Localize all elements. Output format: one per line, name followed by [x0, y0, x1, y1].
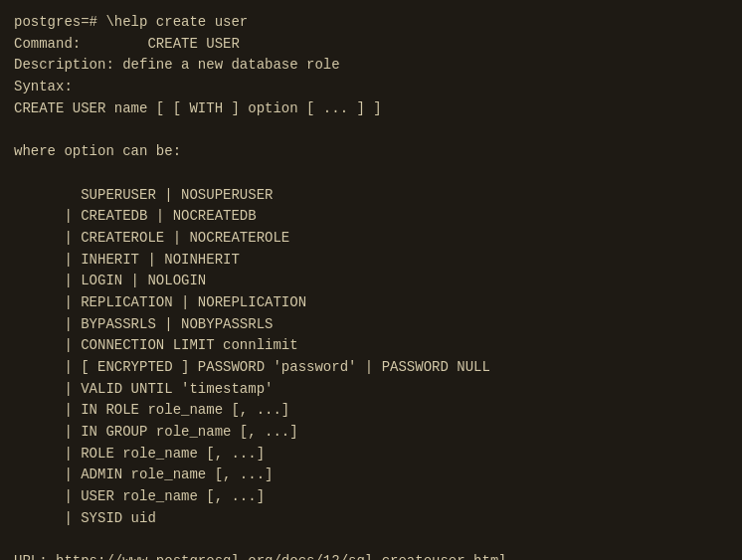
terminal-line-line3: Description: define a new database role	[14, 55, 728, 77]
terminal-line-line10: | INHERIT | NOINHERIT	[14, 250, 728, 272]
terminal-line-line6: where option can be:	[14, 141, 728, 163]
terminal-line-blank1	[14, 119, 728, 141]
terminal-line-line17: | IN ROLE role_name [, ...]	[14, 400, 728, 422]
terminal-line-line1: postgres=# \help create user	[14, 12, 728, 34]
terminal-line-line16: | VALID UNTIL 'timestamp'	[14, 379, 728, 401]
terminal-line-line19: | ROLE role_name [, ...]	[14, 444, 728, 466]
terminal-line-line2: Command: CREATE USER	[14, 34, 728, 56]
terminal-line-line21: | USER role_name [, ...]	[14, 486, 728, 508]
terminal-line-line23: URL: https://www.postgresql.org/docs/12/…	[14, 551, 728, 560]
terminal-line-line18: | IN GROUP role_name [, ...]	[14, 422, 728, 444]
terminal-line-line22: | SYSID uid	[14, 508, 728, 530]
terminal-line-line12: | REPLICATION | NOREPLICATION	[14, 292, 728, 314]
terminal-line-line9: | CREATEROLE | NOCREATEROLE	[14, 228, 728, 250]
terminal-line-line15: | [ ENCRYPTED ] PASSWORD 'password' | PA…	[14, 357, 728, 379]
terminal-line-line7: SUPERUSER | NOSUPERUSER	[14, 185, 728, 207]
terminal-line-line14: | CONNECTION LIMIT connlimit	[14, 335, 728, 357]
terminal-line-line20: | ADMIN role_name [, ...]	[14, 465, 728, 486]
terminal-line-line5: CREATE USER name [ [ WITH ] option [ ...…	[14, 98, 728, 120]
terminal-line-line4: Syntax:	[14, 77, 728, 98]
terminal-window: postgres=# \help create userCommand: CRE…	[14, 12, 728, 560]
terminal-line-line13: | BYPASSRLS | NOBYPASSRLS	[14, 314, 728, 336]
terminal-line-line11: | LOGIN | NOLOGIN	[14, 271, 728, 292]
terminal-line-blank3	[14, 530, 728, 552]
terminal-line-line8: | CREATEDB | NOCREATEDB	[14, 206, 728, 228]
terminal-line-blank2	[14, 163, 728, 185]
